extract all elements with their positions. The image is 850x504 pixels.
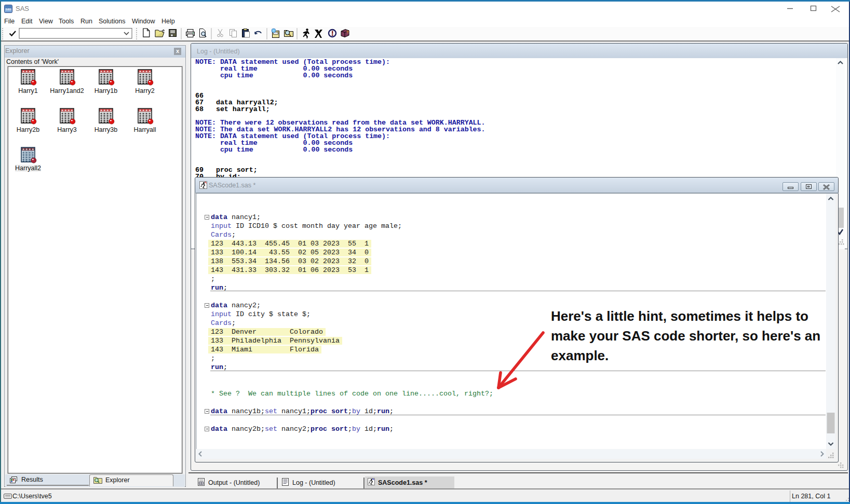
svg-text:sas: sas: [6, 7, 11, 11]
